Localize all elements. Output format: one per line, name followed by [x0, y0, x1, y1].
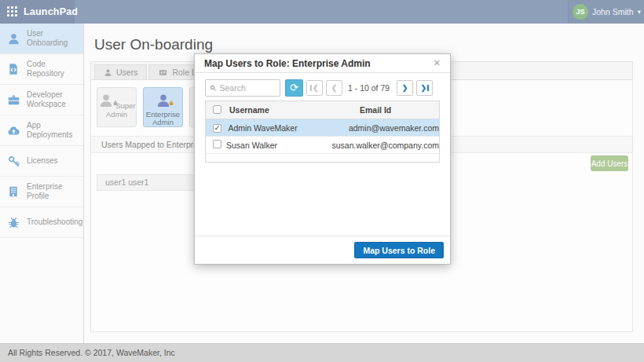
search-icon — [210, 84, 217, 92]
lock-icon — [168, 100, 174, 106]
locked-user-icon — [156, 101, 171, 110]
role-card-label: Enterprise — [146, 110, 180, 119]
briefcase-icon — [6, 93, 20, 107]
app-header: LaunchPad JS John Smith ▾ — [0, 0, 644, 24]
prev-page-button[interactable]: ❮ — [326, 80, 342, 96]
key-icon — [6, 154, 20, 168]
user-icon — [104, 68, 112, 77]
locked-user-icon — [98, 101, 116, 110]
modal-toolbar: ⟳ ❮ ❮ 1 - 10 of 79 ❯ ❯ — [195, 73, 450, 101]
pagination-range: 1 - 10 of 79 — [348, 83, 390, 93]
sidebar-item-licenses[interactable]: Licenses — [0, 146, 83, 177]
page-title: User On-boarding — [94, 36, 213, 53]
search-box — [205, 79, 280, 97]
role-card-enterprise-admin[interactable]: Enterprise Admin — [143, 87, 183, 127]
cell-username: Susan Walker — [226, 141, 331, 150]
tab-users[interactable]: Users — [94, 64, 147, 79]
refresh-button[interactable]: ⟳ — [285, 79, 303, 97]
sidebar-item-app-deployments[interactable]: AppDeployments — [0, 115, 83, 146]
row-checkbox[interactable]: ✓ — [213, 140, 221, 148]
lock-icon — [112, 100, 119, 106]
modal-header: Map Users to Role: Enterprise Admin ✕ — [195, 54, 450, 73]
building-icon — [6, 185, 20, 199]
modal-title: Map Users to Role: Enterprise Admin — [204, 58, 371, 69]
add-users-button[interactable]: Add Users — [591, 155, 628, 171]
column-header-username: Username — [229, 105, 360, 115]
close-icon[interactable]: ✕ — [434, 58, 441, 68]
id-card-icon — [158, 68, 168, 77]
sidebar-item-user-onboarding[interactable]: UserOnboarding — [0, 24, 83, 54]
cloud-upload-icon — [6, 123, 20, 137]
sidebar-label: Licenses — [27, 156, 57, 166]
table-header-row: ✓ Username Email Id — [206, 101, 439, 119]
map-users-to-role-button[interactable]: Map Users to Role — [354, 242, 444, 258]
cell-email: admin@wavemaker.com — [349, 123, 439, 133]
sidebar: UserOnboarding CodeRepository DeveloperW… — [0, 24, 84, 343]
last-page-button[interactable]: ❯ — [416, 80, 433, 96]
avatar: JS — [573, 4, 588, 20]
role-card-super-admin[interactable]: Super Admin — [97, 87, 137, 127]
logo-area: LaunchPad — [0, 0, 75, 24]
sidebar-label: Troubleshooting — [27, 218, 82, 228]
table-row[interactable]: ✓ Admin WaveMaker admin@wavemaker.com — [206, 119, 439, 137]
app-title: LaunchPad — [24, 6, 78, 17]
user-name: John Smith — [592, 7, 634, 16]
row-checkbox[interactable]: ✓ — [213, 124, 221, 133]
apps-grid-icon[interactable] — [7, 6, 17, 17]
sidebar-label: User — [27, 29, 68, 39]
code-repository-icon — [6, 62, 20, 76]
sidebar-item-code-repository[interactable]: CodeRepository — [0, 54, 83, 85]
copyright-footer: All Rights Reserved. © 2017, WaveMaker, … — [0, 343, 644, 362]
sidebar-label: Code — [27, 60, 64, 70]
chevron-down-icon: ▾ — [638, 8, 644, 16]
map-users-modal: Map Users to Role: Enterprise Admin ✕ ⟳ … — [194, 53, 451, 265]
bug-icon — [6, 215, 20, 229]
cell-username: Admin WaveMaker — [228, 123, 348, 133]
sidebar-label: Enterprise — [27, 182, 63, 192]
search-input[interactable] — [220, 83, 276, 93]
sidebar-label: Developer — [27, 90, 66, 101]
column-header-email: Email Id — [360, 105, 439, 115]
cell-email: susan.walker@company.com — [331, 141, 439, 150]
user-icon — [6, 31, 20, 46]
sidebar-item-enterprise-profile[interactable]: EnterpriseProfile — [0, 177, 83, 207]
next-page-button[interactable]: ❯ — [397, 80, 413, 96]
user-menu[interactable]: JS John Smith ▾ — [568, 0, 644, 24]
first-page-button[interactable]: ❮ — [306, 80, 323, 96]
select-all-checkbox[interactable]: ✓ — [213, 105, 221, 114]
sidebar-item-troubleshooting[interactable]: Troubleshooting — [0, 207, 83, 238]
sidebar-item-developer-workspace[interactable]: DeveloperWorkspace — [0, 85, 83, 115]
sidebar-label: App — [27, 121, 72, 131]
modal-footer: Map Users to Role — [195, 236, 450, 264]
table-filler-row — [206, 154, 439, 162]
tab-label: Users — [116, 68, 137, 77]
table-row[interactable]: ✓ Susan Walker susan.walker@company.com — [206, 137, 439, 154]
users-table: ✓ Username Email Id ✓ Admin WaveMaker ad… — [205, 101, 440, 163]
